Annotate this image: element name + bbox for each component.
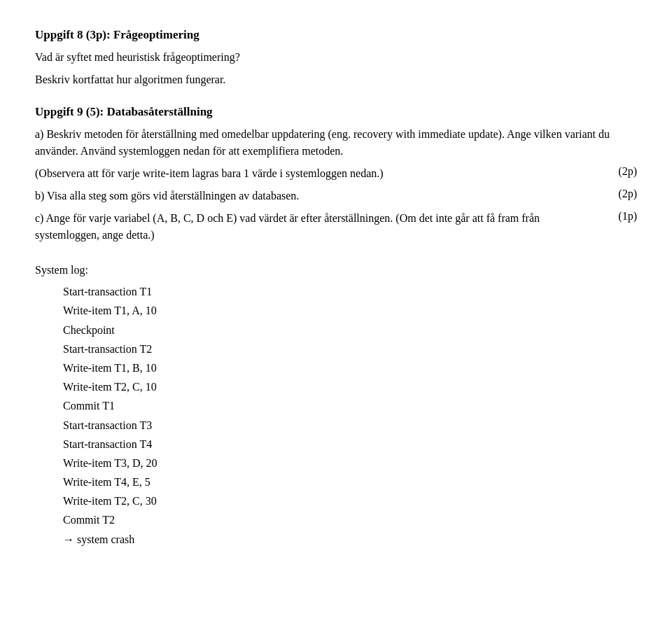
task9-item-a-text: a) Beskriv metoden för återställning med… [35, 128, 610, 157]
log-entry: Commit T2 [63, 510, 637, 529]
log-entry: Write-item T1, B, 10 [63, 358, 637, 377]
log-entry: Write-item T3, D, 20 [63, 454, 637, 472]
task9-item-c-row: c) Ange för varje variabel (A, B, C, D o… [35, 210, 637, 244]
log-entry-crash: →system crash [63, 530, 637, 549]
task8-section: Uppgift 8 (3p): Frågeoptimering Vad är s… [35, 28, 637, 88]
log-entries: Start-transaction T1Write-item T1, A, 10… [63, 282, 637, 549]
log-entry: Write-item T1, A, 10 [63, 301, 637, 320]
task9-item-a-note: (Observera att för varje write-item lagr… [35, 165, 384, 182]
log-entry: Start-transaction T2 [63, 340, 637, 358]
log-entry: Checkpoint [63, 321, 637, 340]
system-log-section: System log: Start-transaction T1Write-it… [35, 260, 637, 549]
task9-item-b-row: b) Visa alla steg som görs vid återställ… [35, 188, 637, 204]
task9-section: Uppgift 9 (5): Databasåterställning a) B… [35, 105, 637, 244]
task8-question2: Beskriv kortfattat hur algoritmen funger… [35, 71, 637, 88]
system-log-title: System log: [35, 260, 637, 279]
crash-text: system crash [77, 530, 134, 549]
task9-item-b-points: (2p) [618, 188, 637, 204]
task9-item-c-text: c) Ange för varje variabel (A, B, C, D o… [35, 210, 604, 244]
task8-question1: Vad är syftet med heuristisk frågeoptime… [35, 49, 637, 66]
task9-item-a-points: (2p) [618, 165, 637, 182]
log-entry: Start-transaction T1 [63, 282, 637, 301]
task9-item-c-points: (1p) [618, 210, 637, 244]
log-entry: Start-transaction T3 [63, 416, 637, 435]
task9-heading: Uppgift 9 (5): Databasåterställning [35, 105, 637, 119]
task9-item-b-text: b) Visa alla steg som görs vid återställ… [35, 188, 299, 204]
arrow-icon: → [63, 530, 74, 549]
task9-item-a-intro: a) Beskriv metoden för återställning med… [35, 126, 637, 160]
task8-heading: Uppgift 8 (3p): Frågeoptimering [35, 28, 637, 42]
log-entry: Write-item T2, C, 30 [63, 491, 637, 510]
task9-item-a-note-row: (Observera att för varje write-item lagr… [35, 165, 637, 182]
log-entry: Start-transaction T4 [63, 435, 637, 454]
log-entry: Write-item T4, E, 5 [63, 472, 637, 491]
log-entry: Write-item T2, C, 10 [63, 377, 637, 396]
log-entry: Commit T1 [63, 396, 637, 415]
